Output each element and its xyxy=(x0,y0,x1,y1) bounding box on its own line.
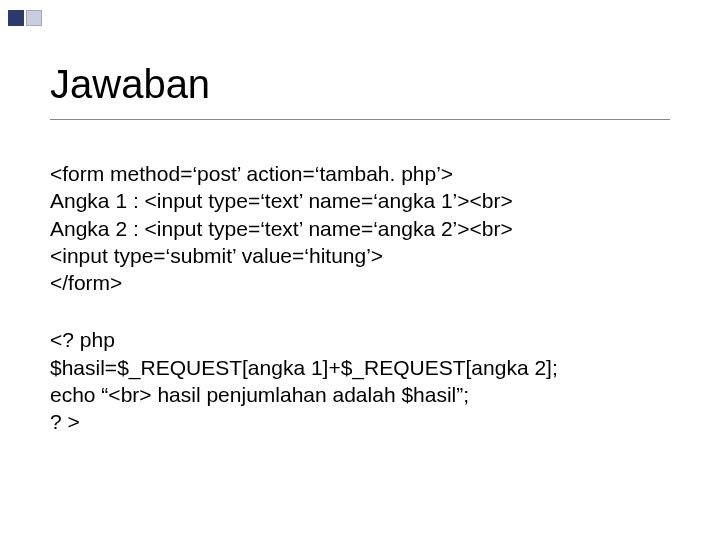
page-title: Jawaban xyxy=(50,62,670,107)
code-block-form: <form method=‘post’ action=‘tambah. php’… xyxy=(50,160,670,296)
code-line: echo “<br> hasil penjumlahan adalah $has… xyxy=(50,381,670,408)
code-block-php: <? php $hasil=$_REQUEST[angka 1]+$_REQUE… xyxy=(50,326,670,435)
code-line: <form method=‘post’ action=‘tambah. php’… xyxy=(50,160,670,187)
square-dark-icon xyxy=(8,10,24,26)
corner-decoration xyxy=(8,10,42,26)
code-line: Angka 1 : <input type=‘text’ name=‘angka… xyxy=(50,187,670,214)
code-line: <input type=‘submit’ value=‘hitung’> xyxy=(50,242,670,269)
code-line: ? > xyxy=(50,408,670,435)
title-divider xyxy=(50,119,670,120)
square-light-icon xyxy=(26,10,42,26)
slide-content: Jawaban <form method=‘post’ action=‘tamb… xyxy=(0,0,720,436)
code-line: </form> xyxy=(50,269,670,296)
code-line: Angka 2 : <input type=‘text’ name=‘angka… xyxy=(50,215,670,242)
code-line: $hasil=$_REQUEST[angka 1]+$_REQUEST[angk… xyxy=(50,354,670,381)
code-line: <? php xyxy=(50,326,670,353)
